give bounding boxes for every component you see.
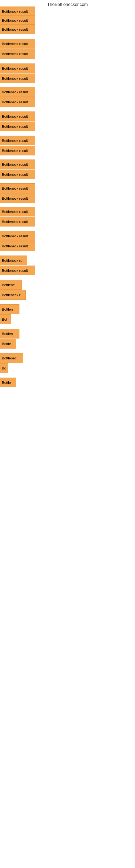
bottleneck-result-label: Bottleneck result [2, 19, 28, 23]
bottleneck-result-label: Bottleneck result [2, 244, 28, 248]
bottleneck-result-label: Bottleneck result [2, 186, 28, 190]
bottleneck-result-label: Bottlene [2, 283, 15, 287]
bottleneck-result-label: Bottleneck result [2, 196, 28, 200]
bottleneck-result-label: Bottleneck re [2, 258, 22, 262]
bottleneck-result-label: Bottleneck result [2, 9, 28, 13]
bottleneck-result-label: Bottleneck result [2, 149, 28, 153]
bottleneck-result-label: Bottleneck result [2, 210, 28, 214]
bottleneck-result-item: Bottleneck r [0, 290, 26, 300]
bottleneck-result-label: Bo [2, 366, 6, 370]
bottleneck-result-label: Bottleneck result [2, 100, 28, 104]
bottleneck-result-label: Bottleneck result [2, 138, 28, 143]
bottleneck-result-item: Bottlen [0, 304, 19, 314]
bottleneck-result-item: Bottleneck result [0, 135, 35, 145]
bottleneck-result-label: Bottleneck result [2, 66, 28, 70]
bottleneck-result-item: Bottleneck result [0, 87, 35, 97]
bottleneck-result-item: Bottleneck result [0, 49, 35, 59]
bottleneck-result-item: Bottleneck result [0, 146, 35, 155]
bottleneck-result-item: Bottleneck result [0, 207, 35, 216]
bottleneck-result-label: Bottleneck result [2, 76, 28, 81]
bottleneck-result-item: Bottleneck result [0, 169, 35, 179]
bottleneck-result-item: Bottleneck result [0, 193, 35, 203]
bottleneck-result-item: Bottle [0, 339, 16, 348]
bottleneck-result-item: Bottleneck result [0, 63, 35, 73]
bottleneck-result-item: Bottleneck result [0, 112, 35, 121]
bottleneck-result-label: Bottleneck result [2, 173, 28, 177]
bottleneck-result-label: Bottleneck r [2, 293, 20, 297]
bottleneck-result-item: Bottleneck result [0, 231, 35, 241]
bottleneck-result-item: Bottlene [0, 280, 21, 290]
bottleneck-result-item: Bottleneck result [0, 241, 35, 251]
bottleneck-result-item: Bottleneck result [0, 16, 35, 25]
bottleneck-result-item: Bottle [0, 378, 16, 388]
bottleneck-result-label: Bottleneck result [2, 52, 28, 56]
bottleneck-result-item: Bottleneck result [0, 6, 35, 16]
bottleneck-result-label: Bottle [2, 342, 11, 346]
bottleneck-result-label: Bottleneck result [2, 115, 28, 119]
bottleneck-result-label: Bottle [2, 380, 11, 384]
bottleneck-result-item: Bottleneck result [0, 73, 35, 83]
bottleneck-result-item: Bottlen [0, 329, 19, 339]
bottleneck-result-item: Bottleneck result [0, 24, 35, 34]
bottleneck-result-label: Bottleneck result [2, 42, 28, 46]
bottleneck-result-label: Bottleneck result [2, 269, 28, 273]
bottleneck-result-label: Bottleneck result [2, 124, 28, 129]
bottleneck-result-label: Bottleneck result [2, 90, 28, 94]
bottleneck-result-item: Bo [0, 363, 8, 373]
bottleneck-result-label: Bottlen [2, 332, 13, 336]
bottleneck-result-item: Bottleneck result [0, 159, 35, 169]
bottleneck-result-item: Bottleneck result [0, 122, 35, 131]
bottleneck-result-item: Bottleneck result [0, 217, 35, 226]
bottleneck-result-item: Bottleneck result [0, 266, 35, 275]
bottleneck-result-label: Bot [2, 317, 7, 321]
bottleneck-result-label: Bottlen [2, 307, 13, 311]
bottleneck-result-item: Bot [0, 314, 11, 324]
bottleneck-result-item: Bottleneck re [0, 255, 27, 265]
bottleneck-result-label: Bottleneck result [2, 162, 28, 166]
bottleneck-result-label: Bottlenec [2, 356, 16, 360]
bottleneck-result-item: Bottleneck result [0, 97, 35, 107]
bottleneck-result-label: Bottleneck result [2, 234, 28, 238]
bottleneck-result-item: Bottlenec [0, 353, 23, 363]
bottleneck-result-label: Bottleneck result [2, 27, 28, 31]
bottleneck-result-label: Bottleneck result [2, 220, 28, 224]
bottleneck-result-item: Bottleneck result [0, 183, 35, 193]
bottleneck-result-item: Bottleneck result [0, 39, 35, 49]
